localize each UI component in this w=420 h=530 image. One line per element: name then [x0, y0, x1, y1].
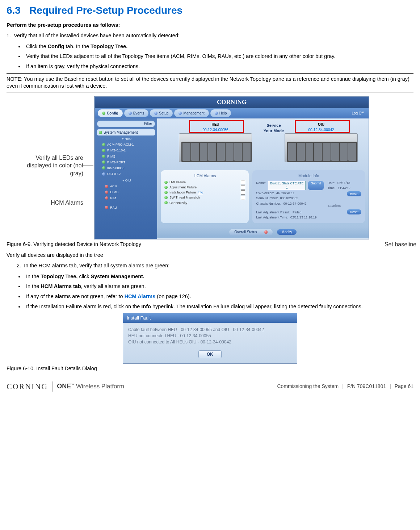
- tree-item[interactable]: main-00000: [97, 165, 155, 171]
- led-icon: [102, 149, 105, 152]
- tab-events[interactable]: Events: [124, 109, 149, 117]
- led-icon: [102, 172, 105, 176]
- tree-item[interactable]: ACM-PRO-ACM-1: [97, 142, 155, 147]
- figure-6-10-caption: Figure 6-10. Install Fault Details Dialo…: [7, 365, 413, 372]
- name-input[interactable]: Build11 Stats CTE ATE 1: [268, 181, 306, 190]
- corning-logo: CORNING: [7, 381, 48, 392]
- panel-title: HCM Alarms: [164, 173, 245, 179]
- tree-item[interactable]: OIMS: [97, 189, 155, 195]
- tree-item[interactable]: RIM: [97, 195, 155, 201]
- bullet: Verify that the LEDs adjacent to all of …: [24, 53, 413, 60]
- tree-item[interactable]: RIMS-0.10-1: [97, 147, 155, 153]
- bullet: If an item is gray, verify the physical …: [24, 63, 413, 70]
- footer-pn: P/N 709C011801: [347, 383, 386, 390]
- fault-line: HEU not connected HEU - 00-12-34-00055: [128, 333, 292, 339]
- figure-6-10: Install Fault Cable fault between HEU - …: [7, 313, 413, 364]
- checkbox[interactable]: [241, 185, 245, 189]
- led-icon: [99, 131, 102, 134]
- led-icon: [105, 196, 108, 200]
- tree-item[interactable]: RAU: [97, 205, 155, 210]
- callout-leds: Verify all LEDs are displayed in color (…: [25, 154, 83, 178]
- led-icon: [105, 191, 108, 194]
- bullet: If the Installation Failure alarm is red…: [24, 303, 413, 310]
- app-titlebar: CORNING: [95, 97, 369, 108]
- logoff-link[interactable]: Log Off: [352, 111, 366, 116]
- intro-line: Perform the pre-setup procedures as foll…: [7, 22, 413, 29]
- module-info-panel: Module Info Name: Build11 Stats CTE ATE …: [252, 170, 365, 223]
- app-window: CORNING Config Events Setup Management H…: [94, 96, 369, 239]
- note-box: NOTE: You may use the Baseline reset but…: [7, 73, 413, 92]
- tab-help[interactable]: Help: [210, 109, 231, 117]
- led-icon: [164, 196, 168, 199]
- callout-set-baseline: Set baseline: [385, 241, 416, 249]
- hcm-alarms-panel: HCM Alarms HW Failure Adjustment Failure…: [161, 170, 249, 223]
- tab-setup[interactable]: Setup: [150, 109, 173, 117]
- led-icon: [164, 186, 168, 189]
- dialog-title: Install Fault: [123, 313, 297, 323]
- step2-bullets: In the Topology Tree, click System Manag…: [7, 273, 413, 310]
- divider: [52, 381, 52, 392]
- tree-item[interactable]: OIU-0-12: [97, 171, 155, 177]
- modify-button[interactable]: Modify: [277, 229, 296, 235]
- tree-item[interactable]: ACM: [97, 183, 155, 189]
- led-icon: [164, 181, 168, 184]
- led-icon: [164, 201, 168, 204]
- checkbox[interactable]: [241, 180, 245, 184]
- led-icon: [164, 191, 168, 194]
- figure-6-9: Verify all LEDs are displayed in color (…: [7, 96, 413, 239]
- info-link[interactable]: Info: [198, 190, 203, 195]
- tree-item[interactable]: RIMS-PORT: [97, 159, 155, 165]
- bullet: In the HCM Alarms tab, verify all alarms…: [24, 283, 413, 290]
- device-heu: HEU 00-12-34-00056: [179, 122, 252, 162]
- checkbox[interactable]: [241, 196, 245, 200]
- section-number: 6.3: [7, 5, 21, 16]
- hcm-alarms-link[interactable]: HCM Alarms: [125, 293, 156, 299]
- device-oiu: OIU 00-12-34-00042: [285, 122, 358, 162]
- app-tabs-bar: Config Events Setup Management Help Log …: [95, 108, 369, 119]
- serial-highlight: [189, 120, 244, 133]
- management-icon: [178, 112, 182, 115]
- setup-icon: [154, 112, 158, 115]
- topology-sidebar: Filter System Management ▾ HEU ACM-PRO-A…: [95, 118, 157, 239]
- bullet: Click the Config tab. In the Topology Tr…: [24, 43, 413, 50]
- callout-hcm-alarms: HCM Alarms: [25, 199, 83, 207]
- tree-item[interactable]: RIMS: [97, 154, 155, 159]
- gear-icon: [102, 112, 105, 115]
- fault-line: OIU not connected to All HEUs OIU - 00-1…: [128, 339, 292, 345]
- led-icon: [102, 166, 105, 170]
- step-1: 1. Verify that all of the installed devi…: [7, 32, 413, 39]
- panel-title: Module Info: [256, 173, 361, 179]
- tree-root-system-management[interactable]: System Management: [97, 129, 155, 136]
- bullet: If any of the alarms are not green, refe…: [24, 293, 413, 300]
- ok-button[interactable]: OK: [198, 350, 222, 358]
- led-icon: [102, 155, 105, 158]
- led-icon: [105, 185, 108, 188]
- verify-devices-line: Verify all devices are displayed in the …: [7, 252, 413, 259]
- main-column: HEU 00-12-34-00056 Service Your Mode OIU…: [157, 118, 369, 239]
- overall-status-label: Overall Status: [234, 230, 257, 235]
- install-fault-dialog: Install Fault Cable fault between HEU - …: [123, 313, 297, 364]
- section-heading: 6.3Required Pre-Setup Procedures: [7, 4, 413, 17]
- checkbox[interactable]: [241, 190, 245, 195]
- section-title: Required Pre-Setup Procedures: [29, 5, 182, 16]
- bullet: In the Topology Tree, click System Manag…: [24, 273, 413, 280]
- baseline-reset-button[interactable]: Reset: [347, 209, 361, 214]
- led-icon: [264, 230, 268, 234]
- reset-clock-button[interactable]: Reset: [347, 191, 361, 196]
- service-mode-label: Service Your Mode: [263, 122, 285, 162]
- help-icon: [215, 112, 218, 115]
- serial-highlight: [295, 120, 350, 133]
- tab-config[interactable]: Config: [98, 109, 123, 117]
- filter-button[interactable]: Filter: [97, 121, 155, 127]
- events-icon: [129, 112, 132, 115]
- led-icon: [105, 206, 108, 209]
- one-logo: ONE™ Wireless Platform: [57, 382, 124, 391]
- page-footer: CORNING ONE™ Wireless Platform Commissio…: [7, 381, 413, 392]
- figure-6-9-caption: Figure 6-9. Verifying detected Device in…: [7, 241, 413, 248]
- led-icon: [102, 160, 105, 164]
- step-2: 2. In the HCM alarms tab, verify that al…: [7, 262, 413, 270]
- tab-management[interactable]: Management: [174, 109, 209, 117]
- footer-section: Commissioning the System: [277, 383, 339, 390]
- submit-button[interactable]: Submit: [308, 181, 324, 190]
- step1-bullets: Click the Config tab. In the Topology Tr…: [7, 43, 413, 70]
